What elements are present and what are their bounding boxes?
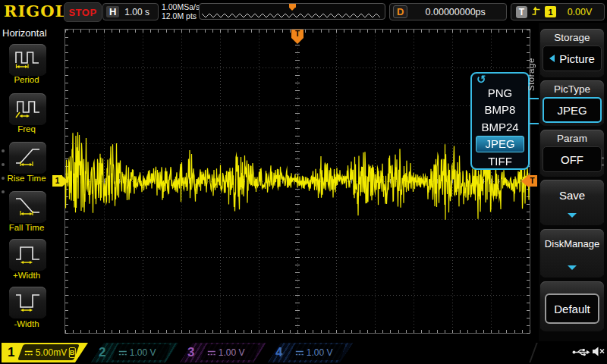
param-header: Param [540,130,604,146]
popup-item-bmp8[interactable]: BMP8 [472,102,528,119]
channel1-marker-arrow-icon [62,176,68,187]
run-status-badge[interactable]: STOP [64,2,102,22]
delay-value: 0.00000000ps [407,7,503,17]
delay-label: D [393,5,407,18]
rise-time-label: Rise Time [0,174,53,183]
storage-header: Storage [540,29,604,46]
timebase-value: 1.00 s [119,7,155,17]
menu-tab-storage: Storage [527,38,537,91]
period-button[interactable] [9,44,46,76]
channel1-marker-label: 1 [52,175,62,187]
brand-logo: RIGOL [4,2,67,20]
minus-width-label: -Width [0,319,53,328]
channel4-number: 4 [275,345,282,360]
param-softkey[interactable]: Param OFF [540,130,604,177]
left-menu-title: Horizontal [2,27,47,39]
dc-coupling-icon [295,346,304,359]
plus-width-label: +Width [0,271,53,280]
channel2-scale: 1.00 V [130,347,156,358]
sample-rate: 1.00MSa/s [162,2,200,11]
fall-time-button[interactable] [9,191,46,223]
plus-width-button[interactable] [9,239,46,271]
default-softkey[interactable]: Default [540,281,604,331]
menu-page-dot [2,190,5,193]
chevron-down-icon [568,265,577,270]
pictype-softkey[interactable]: PicType JPEG [540,80,604,126]
rise-time-icon [14,146,42,170]
back-arrow-icon [549,55,555,62]
trigger-marker-label: T [527,175,537,187]
trigger-marker-arrow-icon [521,176,527,187]
channel3-status[interactable]: 3 1.00 V [180,343,266,362]
pictype-header: PicType [540,80,604,97]
freq-label: Freq [0,124,53,133]
diskmanage-softkey[interactable]: DiskManage [540,229,604,278]
channel1-number: 1 [8,345,14,360]
plus-width-icon [14,243,42,267]
freq-icon [14,97,42,121]
usb-icon [572,347,590,360]
popup-item-jpeg[interactable]: JPEG [476,136,524,153]
channel1-scale: 5.00mV [36,347,67,358]
delay-chip: D 0.00000000ps [389,3,507,20]
channel2-number: 2 [99,345,105,360]
minus-width-button[interactable] [9,287,46,318]
pictype-value: JPEG [543,97,602,123]
popup-item-tiff[interactable]: TIFF [472,152,528,170]
chevron-down-icon [568,213,577,218]
channel2-status[interactable]: 2 1.00 V [91,343,178,362]
menu-page-dot [2,149,5,152]
horizontal-label: H [106,6,119,17]
popup-item-png[interactable]: PNG [472,84,528,102]
dc-coupling-icon [24,346,33,359]
trigger-chip: T 1 0.00V [511,3,605,20]
menu-page-dot [602,164,604,166]
menu-page-dot [602,157,604,159]
popup-item-bmp24[interactable]: BMP24 [472,118,528,136]
channel1-status[interactable]: 1 5.00mV B [2,343,90,362]
pictype-popup: PNG BMP8 BMP24 JPEG TIFF [470,72,530,170]
trigger-level-marker[interactable]: T [521,175,537,187]
menu-page-dot [2,177,5,180]
softkey-menu: Storage Picture PicType JPEG Param OFF S… [539,23,607,341]
channel4-status[interactable]: 4 1.00 V [268,343,353,362]
storage-softkey[interactable]: Storage Picture [540,29,604,77]
channel3-scale: 1.00 V [219,347,245,358]
timebase-chip: H 1.00 s [102,3,159,20]
statusbar-divider [529,343,545,362]
freq-button[interactable] [9,93,46,125]
trigger-position-marker[interactable]: T [291,30,304,38]
default-button[interactable]: Default [545,293,599,324]
speaker-muted-icon [592,346,605,360]
menu-page-dot [2,163,5,166]
bandwidth-limit-badge: B [69,347,76,358]
memory-depth: 12.0M pts [162,11,200,20]
overview-trigger-marker-icon [289,4,296,8]
overview-waveform [202,14,380,17]
rise-time-button[interactable] [9,142,46,174]
dc-coupling-icon [118,346,127,359]
trigger-source-badge: 1 [545,6,556,17]
trigger-level-value: 0.00V [560,7,599,17]
save-softkey[interactable]: Save [540,180,604,225]
diskmanage-label: DiskManage [545,238,599,249]
trigger-label: T [516,6,527,18]
fall-time-icon [14,195,42,219]
pictype-options: PNG BMP8 BMP24 JPEG TIFF [472,84,528,170]
oscilloscope-screen: RIGOL STOP H 1.00 s 1.00MSa/s 12.0M pts … [0,0,607,364]
save-label: Save [559,189,585,202]
trigger-slope-icon [531,5,541,19]
period-icon [14,48,42,72]
acquisition-info: 1.00MSa/s 12.0M pts [162,2,200,20]
picture-value: Picture [559,52,595,65]
channel3-number: 3 [187,345,194,360]
dc-coupling-icon [207,346,216,359]
waveform-display [64,29,530,334]
param-value: OFF [543,146,602,172]
minus-width-icon [14,290,42,315]
channel4-scale: 1.00 V [307,347,333,358]
channel1-level-marker[interactable]: 1 [52,175,68,187]
period-label: Period [0,75,53,84]
fall-time-label: Fall Time [0,223,53,232]
